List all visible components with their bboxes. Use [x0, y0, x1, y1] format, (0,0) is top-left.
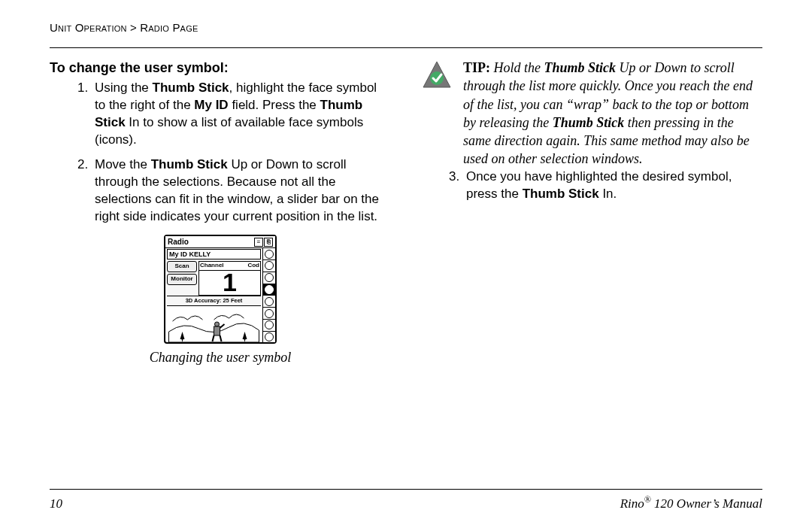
page-number: 10: [50, 496, 62, 511]
step1-text: Using the: [95, 80, 153, 95]
menu-icon: ≡: [254, 238, 263, 247]
step3-bold1: Thumb Stick: [523, 187, 599, 201]
product-name: Rino: [620, 496, 644, 511]
symbol-option: [263, 260, 275, 272]
svg-line-4: [220, 324, 225, 328]
right-column: TIP: Hold the Thumb Stick Up or Down to …: [421, 59, 762, 367]
svg-point-0: [215, 322, 220, 326]
manual-page: Unit Operation > Radio Page To change th…: [0, 0, 812, 528]
content-columns: To change the user symbol: Using the Thu…: [50, 59, 762, 367]
step-2: Move the Thumb Stick Up or Down to scrol…: [92, 156, 391, 226]
symbol-option: [263, 332, 275, 343]
symbol-scroll-list: [262, 248, 275, 342]
figure-caption: Changing the user symbol: [50, 348, 391, 366]
scan-button: Scan: [167, 261, 197, 272]
tip-text: TIP: Hold the Thumb Stick Up or Down to …: [463, 59, 762, 168]
symbol-option: [263, 248, 275, 260]
my-id-label: My ID: [169, 250, 187, 258]
scene-illustration: [167, 306, 261, 342]
steps-list: Using the Thumb Stick, highlight the fac…: [50, 80, 391, 226]
step2-bold1: Thumb Stick: [151, 157, 228, 171]
monitor-button: Monitor: [167, 274, 197, 285]
divider-top: [50, 47, 762, 48]
svg-rect-1: [214, 326, 220, 335]
tip-icon: [422, 60, 452, 90]
steps-list-continued: Once you have highlighted the desired sy…: [421, 168, 762, 203]
section-title: To change the user symbol:: [50, 59, 391, 77]
symbol-option: [263, 272, 275, 284]
device-titlebar: Radio ≡ ⎘: [165, 236, 275, 249]
channel-label: Channel: [200, 262, 224, 270]
symbol-option: [263, 308, 275, 320]
tip-b1: Thumb Stick: [544, 60, 617, 75]
symbol-option: [263, 320, 275, 332]
tip-t1: Hold the: [490, 60, 544, 75]
manual-title: Rino® 120 Owner’s Manual: [620, 494, 762, 511]
channel-value: 1: [199, 271, 260, 293]
symbol-option: [263, 296, 275, 308]
tip-icon-wrap: [421, 59, 453, 90]
device-side-buttons: Scan Monitor: [167, 261, 197, 296]
tip-label: TIP:: [463, 60, 490, 75]
my-id-field: My ID KELLY: [167, 249, 261, 259]
step1-bold1: Thumb Stick: [153, 80, 229, 95]
device-title-icons: ≡ ⎘: [254, 238, 273, 247]
symbol-option-selected: [263, 284, 275, 296]
step2-text: Move the: [95, 157, 151, 171]
breadcrumb: Unit Operation > Radio Page: [50, 21, 762, 34]
page-footer: 10 Rino® 120 Owner’s Manual: [50, 489, 762, 511]
product-suffix: 120 Owner’s Manual: [651, 496, 762, 511]
left-column: To change the user symbol: Using the Thu…: [50, 59, 391, 367]
code-label: Cod: [247, 262, 259, 270]
step1-bold2: My ID: [194, 98, 228, 112]
tip-b2: Thumb Stick: [553, 115, 625, 130]
device-screenshot: Radio ≡ ⎘ My ID KELLY: [164, 235, 277, 344]
figure: Radio ≡ ⎘ My ID KELLY: [50, 235, 391, 367]
device-scene: [167, 305, 261, 342]
step1-text3: field. Press the: [229, 98, 320, 112]
registered-mark: ®: [644, 494, 651, 505]
my-id-value: KELLY: [189, 250, 211, 258]
device-left-panel: My ID KELLY Scan Monitor Cha: [165, 248, 262, 342]
step3-text2: In.: [599, 187, 617, 201]
close-icon: ⎘: [264, 238, 273, 247]
accuracy-text: 3D Accuracy: 25 Feet: [167, 296, 261, 305]
step1-text4: In to show a list of available face symb…: [95, 115, 363, 147]
step-1: Using the Thumb Stick, highlight the fac…: [92, 80, 391, 149]
step-3: Once you have highlighted the desired sy…: [463, 168, 762, 203]
tip-block: TIP: Hold the Thumb Stick Up or Down to …: [421, 59, 762, 168]
channel-box: Channel Cod 1: [198, 261, 261, 296]
device-title: Radio: [168, 237, 189, 247]
device-body: My ID KELLY Scan Monitor Cha: [165, 248, 275, 342]
